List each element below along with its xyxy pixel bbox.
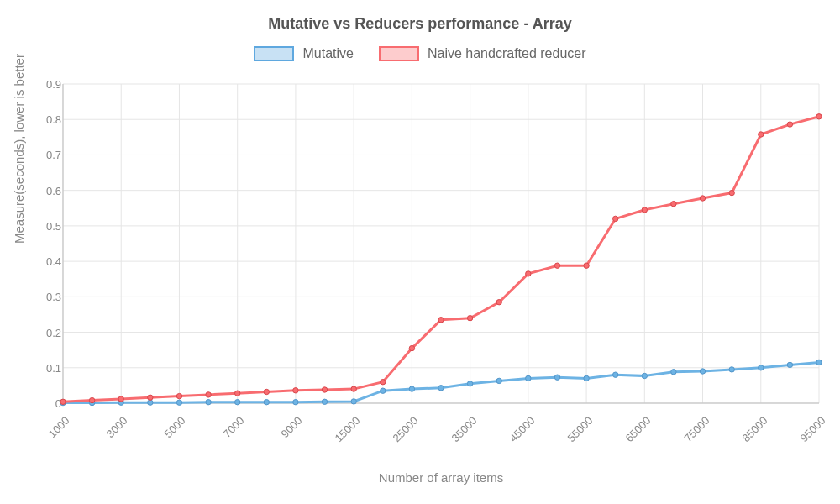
- x-tick: 45000: [507, 414, 537, 444]
- svg-point-45: [613, 372, 618, 377]
- svg-point-51: [787, 362, 792, 367]
- x-tick: 85000: [739, 414, 769, 444]
- legend-item-naive: Naive handcrafted reducer: [379, 46, 586, 61]
- plot-area: [63, 84, 819, 403]
- y-tick: 0: [29, 397, 61, 410]
- x-tick: 15000: [333, 414, 363, 444]
- svg-point-77: [759, 132, 764, 137]
- y-tick: 0.3: [29, 291, 61, 303]
- svg-point-59: [235, 391, 240, 396]
- y-tick: 0.9: [29, 78, 61, 91]
- svg-point-54: [89, 397, 94, 402]
- svg-point-34: [293, 400, 298, 405]
- svg-point-75: [700, 196, 705, 201]
- svg-point-56: [148, 395, 153, 400]
- svg-point-65: [409, 345, 414, 350]
- legend-swatch-mutative: [254, 46, 294, 61]
- legend-label-mutative: Mutative: [302, 46, 353, 61]
- svg-point-40: [467, 381, 472, 386]
- x-tick: 1000: [46, 414, 72, 440]
- svg-point-69: [526, 271, 531, 276]
- svg-point-50: [759, 365, 764, 370]
- svg-point-47: [671, 370, 676, 375]
- svg-point-60: [264, 389, 269, 394]
- svg-point-58: [206, 392, 211, 397]
- legend-swatch-naive: [379, 46, 419, 61]
- svg-point-39: [438, 386, 444, 391]
- svg-point-48: [700, 369, 705, 374]
- svg-point-66: [438, 318, 444, 323]
- svg-point-73: [642, 207, 647, 213]
- plot-svg: [63, 84, 819, 403]
- svg-point-44: [584, 375, 589, 381]
- svg-point-74: [671, 202, 676, 207]
- svg-point-78: [787, 122, 792, 127]
- x-axis-label: Number of array items: [63, 470, 819, 485]
- x-tick: 35000: [449, 414, 479, 444]
- x-tick: 9000: [278, 414, 304, 440]
- svg-point-70: [554, 263, 559, 268]
- legend-item-mutative: Mutative: [254, 46, 353, 61]
- svg-point-71: [584, 263, 589, 268]
- y-tick: 0.8: [29, 113, 61, 126]
- svg-point-32: [235, 400, 240, 405]
- y-tick: 0.2: [29, 326, 61, 339]
- svg-point-49: [729, 367, 734, 372]
- svg-point-35: [322, 399, 327, 404]
- svg-point-46: [642, 373, 647, 378]
- legend: Mutative Naive handcrafted reducer: [0, 46, 840, 61]
- svg-point-62: [322, 387, 327, 392]
- y-tick: 0.5: [29, 219, 61, 232]
- x-tick: 25000: [391, 414, 421, 444]
- svg-point-42: [526, 375, 531, 381]
- x-tick: 65000: [623, 414, 654, 444]
- chart-title: Mutative vs Reducers performance - Array: [0, 15, 840, 33]
- y-axis-ticks: 00.10.20.30.40.50.60.70.80.9: [29, 84, 61, 403]
- x-tick: 95000: [797, 414, 827, 444]
- svg-point-61: [293, 388, 298, 393]
- x-tick: 75000: [681, 414, 711, 444]
- svg-point-72: [613, 216, 618, 221]
- svg-point-29: [148, 400, 153, 405]
- svg-point-52: [816, 360, 822, 365]
- x-tick: 3000: [104, 414, 130, 440]
- y-tick: 0.7: [29, 149, 61, 161]
- svg-point-33: [264, 400, 269, 405]
- svg-point-57: [176, 393, 181, 398]
- x-tick: 55000: [564, 414, 595, 444]
- y-tick: 0.4: [29, 255, 61, 268]
- svg-point-68: [496, 300, 501, 305]
- svg-point-64: [381, 380, 386, 385]
- y-tick: 0.6: [29, 184, 61, 197]
- svg-point-53: [60, 399, 66, 404]
- legend-label-naive: Naive handcrafted reducer: [428, 46, 586, 61]
- svg-point-37: [381, 388, 386, 393]
- svg-point-41: [496, 378, 501, 383]
- y-axis-label: Measure(seconds), lower is better: [12, 54, 26, 244]
- x-axis-ticks: 1000300050007000900015000250003500045000…: [63, 407, 819, 466]
- x-tick: 7000: [220, 414, 246, 440]
- svg-point-43: [554, 375, 559, 380]
- svg-point-67: [467, 316, 472, 321]
- svg-point-36: [351, 399, 356, 404]
- svg-point-30: [176, 400, 181, 405]
- svg-point-63: [351, 386, 356, 391]
- svg-point-38: [409, 386, 414, 391]
- y-tick: 0.1: [29, 361, 61, 374]
- svg-point-55: [118, 396, 123, 402]
- svg-point-31: [206, 400, 211, 405]
- x-tick: 5000: [162, 414, 188, 440]
- svg-point-79: [816, 114, 822, 119]
- svg-point-76: [729, 190, 734, 195]
